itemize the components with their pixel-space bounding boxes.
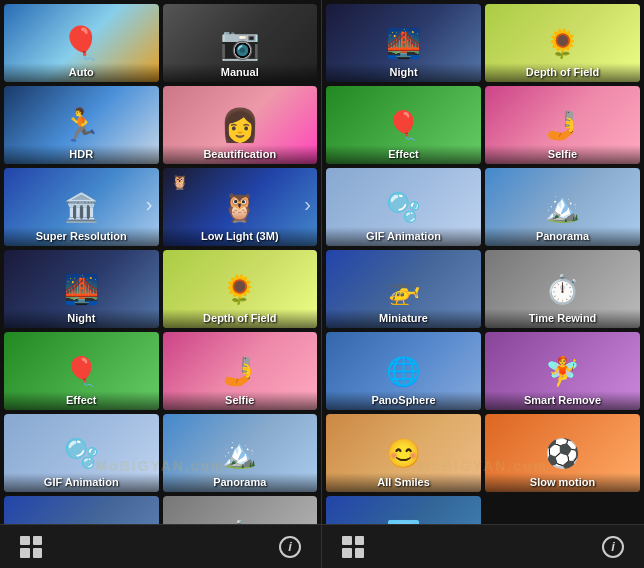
hdr-item[interactable]: 🏃 HDR: [4, 86, 159, 164]
left-panel: 🎈 Auto 📷 Manual 🏃 HDR 👩 Beautification �: [0, 0, 322, 568]
timerewind-item-l[interactable]: ⏱️ Time Rewind: [163, 496, 318, 524]
night-label-l: Night: [4, 309, 159, 328]
panorama-label-r: Panorama: [485, 227, 640, 246]
gif-label-r: GIF Animation: [326, 227, 481, 246]
dof-item-r[interactable]: 🌻 Depth of Field: [485, 4, 640, 82]
auto-label: Auto: [4, 63, 159, 82]
selfie-label-r: Selfie: [485, 145, 640, 164]
beautification-label: Beautification: [163, 145, 318, 164]
dof-label-r: Depth of Field: [485, 63, 640, 82]
right-info-icon: i: [611, 539, 615, 554]
timerewind-label-r: Time Rewind: [485, 309, 640, 328]
dof-label-l: Depth of Field: [163, 309, 318, 328]
superres-label: Super Resolution: [4, 227, 159, 246]
panosph-item[interactable]: 🌐 PanoSphere: [326, 332, 481, 410]
miniature-label-r: Miniature: [326, 309, 481, 328]
gif-item-l[interactable]: 🫧 GIF Animation: [4, 414, 159, 492]
smartremove-label: Smart Remove: [485, 391, 640, 410]
miniature-item-r[interactable]: 🚁 Miniature: [326, 250, 481, 328]
night-item-l[interactable]: 🌉 Night: [4, 250, 159, 328]
left-info-icon: i: [288, 539, 292, 554]
timerewind-item-r[interactable]: ⏱️ Time Rewind: [485, 250, 640, 328]
right-info-button[interactable]: i: [602, 536, 624, 558]
beautification-item[interactable]: 👩 Beautification: [163, 86, 318, 164]
selfie-item-l[interactable]: 🤳 Selfie: [163, 332, 318, 410]
timelapse-bg: 🏙️: [326, 496, 481, 524]
hdr-label: HDR: [4, 145, 159, 164]
timerewind-bg-l: ⏱️: [163, 496, 318, 524]
manual-item[interactable]: 📷 Manual: [163, 4, 318, 82]
effect-label-r: Effect: [326, 145, 481, 164]
panosph-label: PanoSphere: [326, 391, 481, 410]
left-grid-button[interactable]: [20, 536, 42, 558]
left-grid-icon: [20, 536, 42, 558]
panorama-item-r[interactable]: 🏔️ Panorama: [485, 168, 640, 246]
miniature-item-l[interactable]: 🚁 Miniature: [4, 496, 159, 524]
allsmiles-label: All Smiles: [326, 473, 481, 492]
panorama-item-l[interactable]: 🏔️ Panorama: [163, 414, 318, 492]
manual-label: Manual: [163, 63, 318, 82]
effect-item-l[interactable]: 🎈 Effect: [4, 332, 159, 410]
lowlight-item[interactable]: 🦉 Low Light (3M): [163, 168, 318, 246]
effect-item-r[interactable]: 🎈 Effect: [326, 86, 481, 164]
right-bottom-bar: i: [322, 524, 644, 568]
gif-item-r[interactable]: 🫧 GIF Animation: [326, 168, 481, 246]
left-bottom-bar: i: [0, 524, 321, 568]
panorama-label-l: Panorama: [163, 473, 318, 492]
left-info-button[interactable]: i: [279, 536, 301, 558]
night-item-r[interactable]: 🌉 Night: [326, 4, 481, 82]
selfie-label-l: Selfie: [163, 391, 318, 410]
superres-item[interactable]: 🏛️ Super Resolution: [4, 168, 159, 246]
right-grid-icon: [342, 536, 364, 558]
miniature-bg-l: 🚁: [4, 496, 159, 524]
slowmotion-label: Slow motion: [485, 473, 640, 492]
left-grid: 🎈 Auto 📷 Manual 🏃 HDR 👩 Beautification �: [0, 0, 321, 524]
smartremove-item[interactable]: 🧚 Smart Remove: [485, 332, 640, 410]
right-grid-button[interactable]: [342, 536, 364, 558]
night-label-r: Night: [326, 63, 481, 82]
selfie-item-r[interactable]: 🤳 Selfie: [485, 86, 640, 164]
gif-label-l: GIF Animation: [4, 473, 159, 492]
right-panel: 🌉 Night 🌻 Depth of Field 🎈 Effect 🤳 Self…: [322, 0, 644, 568]
dof-item-l[interactable]: 🌻 Depth of Field: [163, 250, 318, 328]
timelapse-item[interactable]: 🏙️ Time Lapse: [326, 496, 481, 524]
auto-item[interactable]: 🎈 Auto: [4, 4, 159, 82]
right-grid: 🌉 Night 🌻 Depth of Field 🎈 Effect 🤳 Self…: [322, 0, 644, 524]
effect-label-l: Effect: [4, 391, 159, 410]
allsmiles-item[interactable]: 😊 All Smiles: [326, 414, 481, 492]
lowlight-label: Low Light (3M): [163, 227, 318, 246]
slowmotion-item[interactable]: ⚽ Slow motion: [485, 414, 640, 492]
